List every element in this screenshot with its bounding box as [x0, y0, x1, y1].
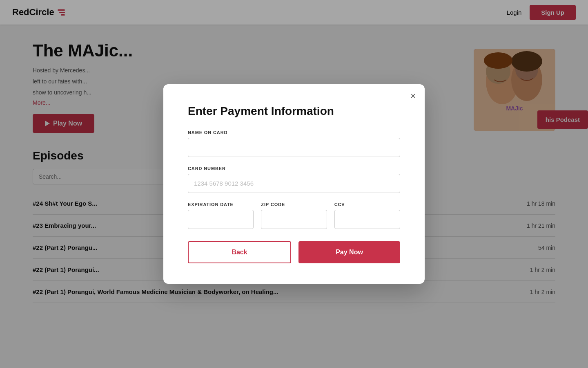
card-number-input[interactable]	[188, 174, 400, 193]
payment-modal: × Enter Payment Information NAME ON CARD…	[163, 84, 425, 284]
card-number-label: CARD NUMBER	[188, 166, 400, 171]
card-number-group: CARD NUMBER	[188, 166, 400, 193]
name-on-card-input[interactable]	[188, 138, 400, 157]
zip-code-group: ZIP CODE	[261, 202, 327, 229]
card-details-row: EXPIRATION DATE ZIP CODE CCV	[188, 202, 400, 229]
name-on-card-group: NAME ON CARD	[188, 130, 400, 157]
name-on-card-label: NAME ON CARD	[188, 130, 400, 135]
modal-overlay: × Enter Payment Information NAME ON CARD…	[0, 0, 588, 368]
ccv-group: CCV	[334, 202, 400, 229]
modal-title: Enter Payment Information	[188, 105, 400, 118]
modal-actions: Back Pay Now	[188, 241, 400, 263]
ccv-input[interactable]	[334, 210, 400, 229]
expiration-date-group: EXPIRATION DATE	[188, 202, 254, 229]
zip-code-label: ZIP CODE	[261, 202, 327, 207]
zip-code-input[interactable]	[261, 210, 327, 229]
pay-now-button[interactable]: Pay Now	[298, 241, 400, 263]
modal-close-button[interactable]: ×	[410, 92, 416, 101]
back-button[interactable]: Back	[188, 241, 291, 263]
expiration-date-label: EXPIRATION DATE	[188, 202, 254, 207]
ccv-label: CCV	[334, 202, 400, 207]
expiration-date-input[interactable]	[188, 210, 254, 229]
